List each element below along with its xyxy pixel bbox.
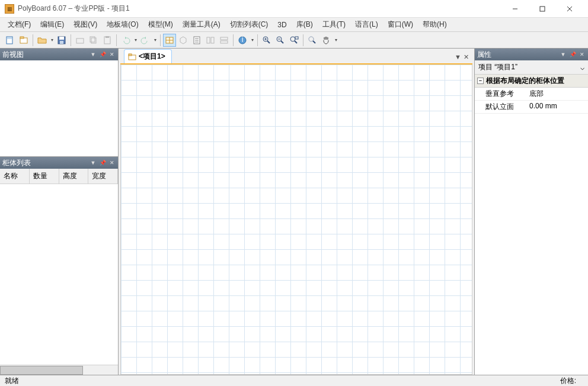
expand-icon[interactable]: −	[477, 78, 484, 84]
col-width[interactable]: 宽度	[88, 169, 118, 184]
propgroup-label: 根据布局确定的柜体位置	[486, 76, 564, 86]
document-tabbar: <项目1> ▼ ✕	[120, 50, 472, 65]
tab-project1[interactable]: <项目1>	[124, 49, 172, 63]
propgroup-layout[interactable]: − 根据布局确定的柜体位置	[475, 75, 588, 88]
minimize-button[interactable]	[501, 0, 529, 18]
toolbar-separator-4	[160, 34, 161, 46]
tab-label: <项目1>	[139, 52, 165, 62]
proprow-default-elevation[interactable]: 默认立面 0.00 mm	[475, 101, 588, 114]
svg-point-39	[309, 37, 314, 41]
menu-help[interactable]: 帮助(H)	[418, 18, 451, 31]
menu-library[interactable]: 库(B)	[292, 18, 317, 31]
svg-rect-10	[60, 41, 63, 44]
svg-rect-24	[211, 37, 214, 43]
prop-key-2: 默认立面	[475, 101, 527, 113]
project-icon	[128, 53, 136, 61]
zoom-fit-button[interactable]	[306, 34, 319, 47]
svg-rect-1	[540, 7, 545, 11]
cutlist-button[interactable]	[190, 34, 203, 47]
save-button[interactable]	[55, 34, 68, 47]
col-qty[interactable]: 数量	[30, 169, 59, 184]
panel-close-icon-3[interactable]: ✕	[579, 51, 586, 58]
menu-edit[interactable]: 编辑(E)	[36, 18, 68, 31]
menubar: 文档(F) 编辑(E) 视图(V) 地板墙(O) 模型(M) 测量工具(A) 切…	[0, 18, 588, 32]
grid-toggle-button[interactable]	[163, 34, 176, 47]
cabinetlist-hscrollbar[interactable]	[0, 365, 118, 375]
menu-3d[interactable]: 3D	[273, 19, 290, 31]
menu-view[interactable]: 视图(V)	[69, 18, 101, 31]
panel-menu-icon-2[interactable]: ▼	[90, 159, 97, 166]
cabinetlist-title: 柜体列表	[2, 158, 31, 168]
right-column: 属性 ▼ 📌 ✕ 项目 “项目1” ⌵ − 根据布局确定的柜体位置 垂直参考 底…	[474, 49, 588, 375]
svg-point-36	[290, 37, 295, 41]
svg-rect-5	[7, 37, 12, 39]
menu-model[interactable]: 模型(M)	[144, 18, 177, 31]
close-button[interactable]	[556, 0, 583, 18]
redo-button	[139, 34, 152, 47]
titlebar: ▦ PolyBoard 6.07 – 专业PP版 - 项目1	[0, 0, 588, 18]
cabinetlist-body[interactable]	[0, 184, 118, 365]
svg-rect-42	[129, 54, 132, 56]
toolbar: ▾ ▾ ▾ i ▾ ▾	[0, 32, 588, 49]
col-name[interactable]: 名称	[0, 169, 30, 184]
prop-key: 垂直参考	[475, 88, 527, 100]
panel-close-icon-2[interactable]: ✕	[108, 159, 116, 166]
panel-menu-icon-3[interactable]: ▼	[560, 51, 567, 58]
menu-cutlist[interactable]: 切割列表(C)	[226, 18, 273, 31]
open-dropdown[interactable]: ▾	[49, 37, 55, 43]
frontview-title: 前视图	[2, 50, 24, 60]
panel-pin-icon[interactable]: 📌	[99, 51, 106, 58]
col-height[interactable]: 高度	[59, 169, 89, 184]
panel-pin-icon-2[interactable]: 📌	[99, 159, 106, 166]
maximize-button[interactable]	[529, 0, 556, 18]
open-button[interactable]	[36, 34, 49, 47]
info-button[interactable]: i	[236, 34, 249, 47]
menu-file[interactable]: 文档(F)	[4, 18, 35, 31]
zoom-window-button[interactable]	[287, 34, 301, 47]
tab-dropdown-icon[interactable]: ▼	[455, 53, 461, 61]
window-controls	[501, 0, 583, 18]
zoom-out-button[interactable]	[274, 34, 287, 47]
frontview-panel[interactable]	[0, 60, 118, 157]
scrollbar-thumb[interactable]	[0, 366, 83, 375]
panel-close-icon[interactable]: ✕	[108, 51, 116, 58]
tab-close-icon[interactable]: ✕	[464, 53, 469, 61]
svg-line-40	[313, 41, 315, 43]
zoom-in-button[interactable]	[260, 34, 273, 47]
prop-value[interactable]: 底部	[527, 88, 588, 100]
svg-rect-26	[220, 41, 228, 43]
design-canvas[interactable]	[120, 65, 472, 375]
menu-measure[interactable]: 测量工具(A)	[178, 18, 225, 31]
proprow-vertical-ref[interactable]: 垂直参考 底部	[475, 88, 588, 101]
svg-rect-38	[295, 37, 298, 39]
properties-title: 属性	[477, 50, 491, 60]
menu-floor[interactable]: 地板墙(O)	[103, 18, 142, 31]
pan-dropdown[interactable]: ▾	[333, 37, 338, 43]
menu-tools[interactable]: 工具(T)	[318, 18, 350, 31]
svg-rect-12	[91, 38, 96, 43]
toolbar-separator-2	[71, 34, 71, 46]
svg-rect-9	[59, 37, 64, 40]
new-cabinet-button[interactable]	[4, 34, 17, 47]
status-ready: 就绪	[5, 376, 19, 386]
properties-item-text: 项目 “项目1”	[478, 62, 517, 72]
toolbar-separator-3	[116, 34, 117, 46]
panel-pin-icon-3[interactable]: 📌	[569, 51, 576, 58]
undo-dropdown[interactable]: ▾	[133, 37, 138, 43]
panel-menu-icon[interactable]: ▼	[90, 51, 97, 58]
menu-window[interactable]: 窗口(W)	[384, 18, 417, 31]
cabinetlist-columns: 名称 数量 高度 宽度	[0, 169, 118, 184]
prop-value-2[interactable]: 0.00 mm	[527, 101, 588, 113]
redo-dropdown[interactable]: ▾	[152, 37, 158, 43]
svg-line-30	[267, 41, 270, 43]
export-button	[218, 34, 231, 47]
info-dropdown[interactable]: ▾	[250, 37, 255, 43]
menu-language[interactable]: 语言(L)	[351, 18, 382, 31]
properties-collapse-icon[interactable]: ⌵	[580, 63, 584, 72]
cabinetlist-panel: 名称 数量 高度 宽度	[0, 169, 118, 375]
pan-button[interactable]	[319, 34, 333, 47]
new-project-button[interactable]	[17, 34, 30, 47]
left-column: 前视图 ▼ 📌 ✕ 柜体列表 ▼ 📌 ✕ 名称 数量 高度 宽度	[0, 49, 119, 375]
properties-header: 属性 ▼ 📌 ✕	[475, 49, 588, 60]
window-title: PolyBoard 6.07 – 专业PP版 - 项目1	[18, 4, 501, 14]
